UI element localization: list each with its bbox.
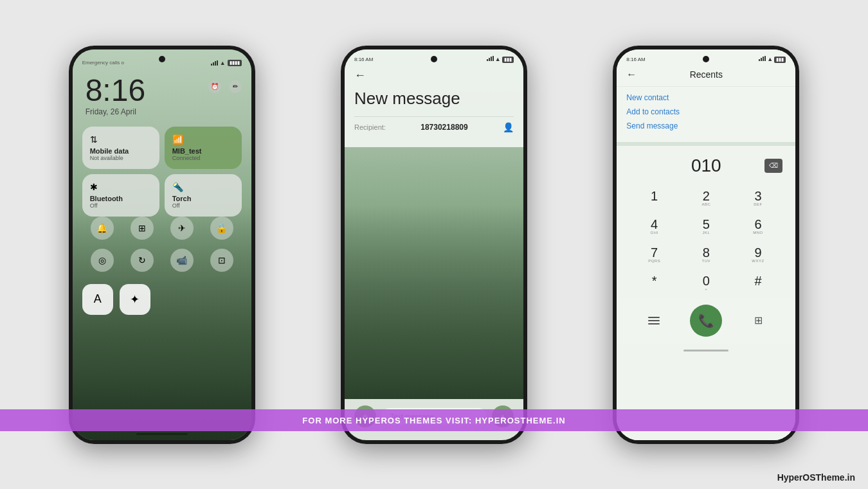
recipient-label: Recipient:: [354, 123, 386, 131]
battery-icon: ▮▮▮▮: [228, 60, 242, 66]
key-8[interactable]: 8 TUV: [682, 242, 731, 268]
menu-button[interactable]: [642, 308, 666, 333]
key-0[interactable]: 0 +: [682, 271, 731, 296]
wifi-icon: ▲: [220, 60, 226, 66]
home-indicator: [136, 433, 188, 435]
quick-icons-row2: ◎ ↻ 📹 ⊡: [82, 249, 242, 272]
status-time-2: 8:16 AM: [354, 57, 373, 62]
wifi-tile-sub: Connected: [172, 155, 234, 161]
camera-dot-3: [703, 56, 709, 62]
key-hash[interactable]: #: [734, 271, 783, 296]
wifi-tile-icon: 📶: [172, 134, 183, 145]
screen-record-icon[interactable]: ⊞: [131, 217, 154, 240]
dialed-number: 010: [691, 156, 721, 176]
add-to-contacts-link[interactable]: Add to contacts: [626, 107, 786, 116]
wifi-icon-3: ▲: [767, 56, 773, 62]
torch-icon: 🔦: [172, 182, 183, 192]
wifi-icon-2: ▲: [495, 56, 501, 62]
signal-icon-2: [487, 56, 494, 61]
status-icons: ▲ ▮▮▮▮: [211, 60, 242, 66]
status-time-3: 8:16 AM: [626, 57, 645, 62]
key-2[interactable]: 2 ABC: [682, 186, 731, 211]
time-display: 8:16 Friday, 26 April: [86, 75, 145, 116]
phone-3-recents-dialer: 8:16 AM ▲ ▮▮▮ ← Recents New: [613, 46, 799, 444]
recents-header: ← Recents: [617, 63, 795, 87]
lock-icon[interactable]: 🔒: [210, 217, 233, 240]
message-screen: 8:16 AM ▲ ▮▮▮ ← New message Recipient:: [345, 49, 523, 440]
backspace-button[interactable]: ⌫: [764, 159, 782, 173]
dialer-bottom-bar: 📞 ⊞: [617, 299, 795, 344]
call-button[interactable]: 📞: [690, 305, 722, 337]
camera-dot: [159, 56, 165, 62]
bluetooth-tile-sub: Off: [90, 202, 152, 209]
signal-icon-3: [759, 56, 766, 61]
page-background: Emergency calls o ▲ ▮▮▮▮ 8:16 Friday, 26…: [0, 0, 868, 489]
dialpad: 1 2 ABC 3 DEF 4 GHI: [617, 182, 795, 299]
bottom-tiles: A ✦: [82, 284, 242, 315]
home-indicator-3: [617, 344, 795, 357]
recents-links-section: New contact Add to contacts Send message: [617, 87, 795, 142]
key-5[interactable]: 5 JKL: [682, 214, 731, 240]
forest-overlay: [73, 206, 251, 440]
clock-date: Friday, 26 April: [86, 107, 145, 116]
video-icon[interactable]: 📹: [170, 249, 194, 272]
new-message-title: New message: [354, 89, 514, 109]
wifi-tile-label: MIB_test: [172, 147, 234, 155]
mobile-data-icon: ⇅: [90, 134, 98, 145]
clock-time: 8:16: [86, 75, 145, 106]
quick-tiles: ⇅ Mobile data Not available 📶 MIB_test C…: [82, 127, 242, 217]
rotation-icon[interactable]: ↻: [131, 249, 154, 272]
quick-icons-row1: 🔔 ⊞ ✈ 🔒: [82, 217, 242, 240]
key-7[interactable]: 7 PQRS: [629, 242, 679, 268]
add-contact-icon[interactable]: 👤: [503, 122, 514, 132]
torch-tile[interactable]: 🔦 Torch Off: [165, 174, 242, 217]
bell-icon[interactable]: 🔔: [91, 217, 114, 240]
bluetooth-tile[interactable]: ✱ Bluetooth Off: [82, 174, 159, 217]
message-body-area: [345, 147, 523, 399]
key-6[interactable]: 6 MNO: [734, 214, 783, 240]
brightness-tile[interactable]: ✦: [120, 284, 150, 315]
back-button-3[interactable]: ←: [626, 69, 637, 80]
promo-banner: FOR MORE HYPEROS THEMES VISIT: HYPEROSTH…: [0, 409, 868, 431]
key-star[interactable]: *: [629, 271, 679, 296]
number-display: 010 ⌫: [617, 146, 795, 182]
recents-title: Recents: [690, 69, 723, 80]
recipient-number: 18730218809: [420, 123, 467, 132]
mobile-data-sub: Not available: [90, 155, 152, 161]
key-9[interactable]: 9 WXYZ: [734, 242, 783, 268]
bluetooth-tile-label: Bluetooth: [90, 195, 152, 202]
send-message-link[interactable]: Send message: [626, 121, 786, 130]
battery-icon-3: ▮▮▮: [774, 57, 786, 63]
key-1[interactable]: 1: [629, 186, 679, 211]
torch-tile-sub: Off: [172, 202, 234, 209]
torch-tile-label: Torch: [172, 195, 234, 202]
airplane-icon[interactable]: ✈: [170, 217, 194, 240]
wifi-tile[interactable]: 📶 MIB_test Connected: [165, 127, 242, 169]
phone-1-control-center: Emergency calls o ▲ ▮▮▮▮ 8:16 Friday, 26…: [69, 46, 255, 444]
location-icon[interactable]: ◎: [91, 249, 114, 272]
mobile-data-label: Mobile data: [90, 147, 152, 155]
bluetooth-icon: ✱: [90, 182, 98, 192]
key-3[interactable]: 3 DEF: [734, 186, 783, 211]
banner-text: FOR MORE HYPEROS THEMES VISIT: HYPEROSTH…: [302, 416, 565, 425]
top-icons: ⏰ ✏: [208, 80, 242, 93]
mobile-data-tile[interactable]: ⇅ Mobile data Not available: [82, 127, 159, 169]
signal-icon: [211, 60, 218, 66]
emergency-text: Emergency calls o: [82, 60, 124, 66]
battery-icon-2: ▮▮▮: [502, 57, 514, 63]
keyboard-icon-button[interactable]: ⊞: [746, 308, 771, 333]
status-icons-2: ▲ ▮▮▮: [487, 56, 514, 63]
recipient-bar: Recipient: 18730218809 👤: [354, 116, 514, 138]
alarm-icon[interactable]: ⏰: [208, 80, 221, 93]
key-4[interactable]: 4 GHI: [629, 214, 679, 240]
edit-icon[interactable]: ✏: [229, 80, 242, 93]
camera-dot-2: [431, 56, 437, 62]
dialer-screen: 8:16 AM ▲ ▮▮▮ ← Recents New: [617, 49, 795, 440]
watermark: HyperOSTheme.in: [777, 472, 855, 483]
status-icons-3: ▲ ▮▮▮: [759, 56, 786, 63]
accessibility-tile[interactable]: A: [82, 284, 113, 315]
dialer-section: 010 ⌫ 1 2 ABC 3: [617, 142, 795, 440]
new-contact-link[interactable]: New contact: [626, 93, 786, 102]
scan-icon[interactable]: ⊡: [210, 249, 233, 272]
back-button-2[interactable]: ←: [354, 69, 514, 82]
